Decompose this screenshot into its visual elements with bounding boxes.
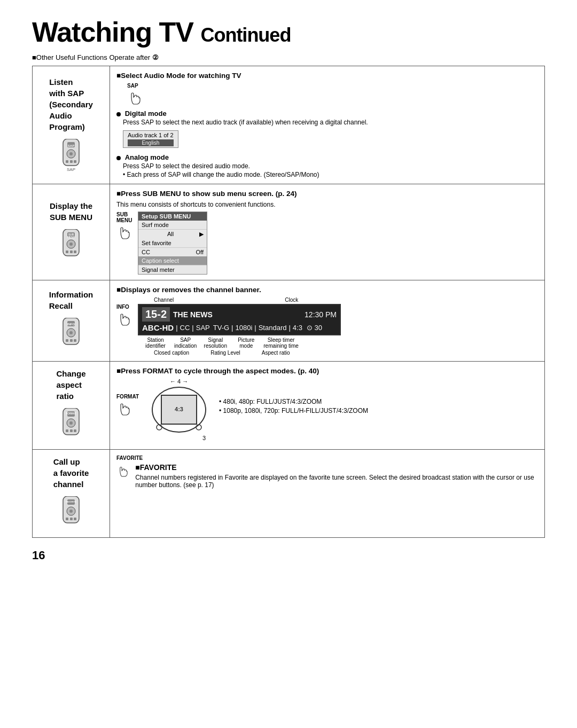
main-content-table: Listenwith SAP(SecondaryAudioProgram) SA…: [32, 66, 545, 538]
svg-rect-31: [70, 429, 73, 432]
station-label: Stationidentifier: [142, 337, 169, 349]
submenu-item-surfmode: Surf mode: [138, 221, 207, 230]
cc-label: Closed caption: [154, 350, 189, 356]
aspect-section-header: ■Press FORMAT to cycle through the aspec…: [116, 367, 538, 375]
picture-sep: |: [254, 324, 256, 332]
submenu-button-label: SUBMENU: [116, 212, 132, 223]
aspect-value: 4:3: [293, 324, 302, 332]
aspect-tv-svg: 4:3: [150, 386, 208, 434]
svg-point-12: [69, 242, 73, 246]
picture-label: Picturemode: [234, 337, 258, 349]
banner-top-labels: Channel Clock: [143, 297, 538, 303]
svg-rect-24: [74, 339, 76, 342]
info-button-label: INFO: [116, 304, 132, 310]
aspect-notes: • 480i, 480p: FULL/JUST/4:3/ZOOM • 1080p…: [219, 398, 368, 414]
submenu-item-setfavorite: Set favorite: [138, 239, 207, 248]
favorite-section-header: ■FAVORITE: [135, 463, 538, 472]
sap-indicator: |: [192, 324, 193, 332]
digital-mode-text: Press SAP to select the next audio track…: [123, 119, 538, 126]
audio-track-lang: English: [128, 139, 174, 146]
station-id: ABC-HD: [142, 323, 174, 332]
submenu-item-captionselect: Caption select: [138, 256, 207, 265]
info-content-cell: ■Displays or removes the channel banner.…: [110, 280, 545, 362]
svg-text:FORMAT: FORMAT: [66, 412, 76, 415]
svg-point-21: [69, 331, 73, 334]
section-info-row: InformationRecall INFO ■Displays or remo…: [33, 280, 545, 362]
svg-rect-6: [74, 160, 76, 163]
analog-mode-bullet: [116, 156, 121, 160]
tvg-text: TV-G: [213, 324, 229, 332]
section-subtitle: ■Other Useful Functions Operate after ②: [32, 53, 545, 61]
analog-mode-note: • Each press of SAP will change the audi…: [123, 171, 538, 178]
submenu-box: Setup SUB MENU Surf mode All▶ Set favori…: [138, 212, 207, 275]
svg-rect-30: [66, 429, 68, 432]
rating-label: Rating Level: [210, 350, 240, 356]
svg-point-3: [69, 152, 73, 155]
submenu-label: Display theSUB MENU: [50, 200, 92, 223]
sap-section-header: ■Select Audio Mode for watching TV: [116, 72, 538, 80]
submenu-content-cell: ■Press SUB MENU to show sub menu screen.…: [110, 184, 545, 280]
svg-rect-4: [66, 160, 68, 163]
channel-label: Channel: [154, 297, 174, 303]
audio-track-box: Audio track 1 of 2 English: [123, 130, 178, 148]
section-favorite-row: Call upa favoritechannel FAVORITE FAVORI…: [33, 450, 545, 538]
cc-text: CC: [180, 324, 190, 332]
aspect-sep: |: [288, 324, 290, 332]
aspect-left-cell: Changeaspectratio FORMAT: [33, 362, 110, 450]
sap-content-cell: ■Select Audio Mode for watching TV SAP D…: [110, 66, 545, 184]
svg-text:4:3: 4:3: [175, 406, 183, 412]
info-remote-icon: INFO: [58, 318, 84, 353]
picture-mode: Standard: [259, 324, 287, 332]
banner-bottom-labels: Stationidentifier SAPindication Signalre…: [142, 337, 538, 349]
signal-label: Signalresolution: [202, 337, 229, 349]
svg-point-29: [69, 421, 73, 425]
section-aspect-row: Changeaspectratio FORMAT ■Press FORMAT t…: [33, 362, 545, 450]
favorite-label: Call upa favoritechannel: [53, 456, 89, 490]
page-title: Watching TV Continued: [32, 16, 545, 48]
channel-time: 12:30 PM: [305, 310, 337, 319]
svg-point-42: [69, 510, 73, 513]
favorite-remote-icon: FAVORITE: [58, 496, 84, 531]
sap-left-cell: Listenwith SAP(SecondaryAudioProgram) SA…: [33, 66, 110, 184]
aspect-number: 3: [202, 435, 206, 441]
aspect-content-cell: ■Press FORMAT to cycle through the aspec…: [110, 362, 545, 450]
svg-rect-43: [66, 518, 68, 520]
submenu-left-cell: Display theSUB MENU SUB MENU: [33, 184, 110, 280]
audio-track-label: Audio track 1 of 2: [128, 132, 174, 138]
info-hand-icon: [116, 311, 132, 327]
page-number: 16: [32, 549, 545, 562]
svg-rect-15: [74, 251, 76, 253]
svg-text:SAP: SAP: [67, 167, 75, 172]
channel-banner: 15-2 THE NEWS 12:30 PM ABC-HD | CC | SAP…: [138, 304, 341, 335]
channel-name: THE NEWS: [173, 310, 213, 319]
svg-rect-44: [70, 518, 73, 520]
info-left-cell: InformationRecall INFO: [33, 280, 110, 362]
channel-number: 15-2: [142, 307, 170, 322]
submenu-note: This menu consists of shortcuts to conve…: [116, 201, 538, 208]
sap-text: SAP: [196, 324, 210, 332]
submenu-container: SUBMENU Setup SUB MENU Surf mode All▶ Se…: [116, 212, 538, 275]
format-hand-icon: [116, 401, 132, 417]
svg-rect-5: [70, 160, 73, 163]
sleep-icon: ⊙ 30: [307, 324, 322, 332]
favorite-button-label: FAVORITE: [116, 455, 538, 461]
sap-button-label: SAP: [127, 83, 538, 89]
sap-remote-icon: SAP SAP: [58, 139, 84, 174]
banner-extra-labels: Closed caption Rating Level Aspect ratio: [154, 350, 538, 356]
submenu-item-all: All▶: [138, 230, 207, 239]
submenu-remote-icon: SUB MENU: [58, 229, 84, 264]
svg-rect-23: [70, 339, 73, 342]
digital-mode-title: Digital mode: [125, 109, 167, 118]
svg-rect-22: [66, 339, 68, 342]
favorite-text: Channel numbers registered in Favorite a…: [135, 474, 538, 489]
svg-text:MENU: MENU: [67, 236, 75, 239]
cc-indicator: |: [176, 324, 177, 332]
sleep-label: Sleep timerremaining time: [263, 337, 299, 349]
section-submenu-row: Display theSUB MENU SUB MENU ■Press SUB …: [33, 184, 545, 280]
svg-text:SAP: SAP: [68, 144, 74, 147]
aspect-note-1: • 480i, 480p: FULL/JUST/4:3/ZOOM: [219, 398, 368, 405]
digital-mode-bullet: [116, 112, 121, 116]
aspect-remote-icon: FORMAT: [58, 408, 84, 443]
submenu-title: Setup SUB MENU: [138, 212, 207, 221]
sap-label: Listenwith SAP(SecondaryAudioProgram): [49, 76, 93, 132]
